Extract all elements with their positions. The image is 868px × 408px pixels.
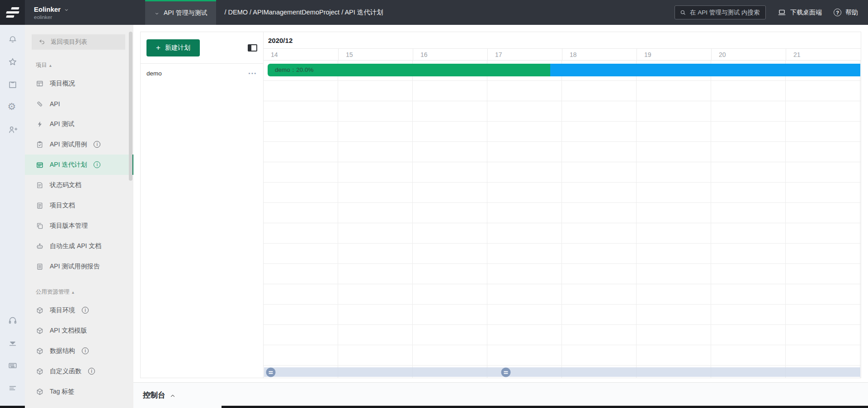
download-desktop-label: 下载桌面端 xyxy=(790,9,822,17)
workspace-switcher[interactable]: Eolinker eolinker xyxy=(25,5,138,20)
global-search[interactable] xyxy=(675,5,766,19)
header-actions: 下载桌面端 ? 帮助 xyxy=(675,5,868,19)
import-download-icon xyxy=(8,338,18,348)
plan-list-panel: + 新建计划 demo▪▪▪ xyxy=(140,32,264,378)
gantt-day-tick: 15 xyxy=(338,49,413,61)
collapse-panel-icon[interactable] xyxy=(248,44,257,52)
gantt-month-label: 2020/12 xyxy=(264,32,861,49)
info-icon[interactable]: i xyxy=(94,161,100,168)
gantt-day-tick: 20 xyxy=(711,49,786,61)
sidebar-item-cube[interactable]: Tag 标签 xyxy=(25,381,133,402)
sidebar-item-label: 数据结构 xyxy=(50,347,75,355)
plan-name: demo xyxy=(146,70,162,77)
sidebar-item-api-tag[interactable]: API xyxy=(25,94,133,114)
sidebar-item-status-doc[interactable]: 状态码文档 xyxy=(25,175,133,195)
sidebar-section-label: 项目 xyxy=(36,61,47,69)
console-toggle[interactable]: 控制台 xyxy=(143,390,176,400)
rail-changelog-list-button[interactable] xyxy=(5,380,21,396)
plus-icon: + xyxy=(156,44,160,52)
icon-rail: ⚙ xyxy=(0,25,25,408)
laptop-icon xyxy=(778,8,786,17)
info-icon[interactable]: i xyxy=(82,307,89,314)
chevron-up-icon xyxy=(170,392,176,399)
sidebar-item-overview[interactable]: 项目概况 xyxy=(25,73,133,94)
sidebar-item-label: API 测试用例 xyxy=(50,141,87,149)
sidebar-item-robot[interactable]: 自动生成 API 文档 xyxy=(25,236,133,256)
sidebar-item-label: 项目版本管理 xyxy=(50,222,88,230)
rail-store-bag-button[interactable] xyxy=(5,76,21,93)
sidebar-scrollbar[interactable] xyxy=(129,32,132,181)
download-desktop-button[interactable]: 下载桌面端 xyxy=(778,8,822,17)
sidebar-item-report[interactable]: API 测试用例报告 xyxy=(25,256,133,277)
new-plan-button[interactable]: + 新建计划 xyxy=(146,39,200,56)
sidebar-item-cube[interactable]: 项目环境i xyxy=(25,300,133,320)
app-root: Eolinker eolinker API 管理与测试 / DEMO / API… xyxy=(0,0,868,408)
sidebar-item-label: 项目环境 xyxy=(50,306,75,314)
rail-notification-bell-button[interactable] xyxy=(5,31,21,47)
range-handle-left[interactable] xyxy=(266,367,276,377)
gantt-bar-demo[interactable]: demo：20.0% xyxy=(268,64,860,76)
sidebar-item-cube[interactable]: API 文档模版 xyxy=(25,320,133,341)
gantt-grid xyxy=(264,61,861,378)
new-plan-label: 新建计划 xyxy=(165,44,190,52)
info-icon[interactable]: i xyxy=(88,368,95,375)
gantt-day-tick: 14 xyxy=(264,49,338,61)
sidebar-item-label: API 测试用例报告 xyxy=(50,263,99,271)
search-input[interactable] xyxy=(690,9,761,16)
sidebar-item-versions[interactable]: 项目版本管理 xyxy=(25,216,133,236)
range-handle-right[interactable] xyxy=(501,367,511,377)
return-arrow-icon xyxy=(38,38,46,46)
help-button[interactable]: ? 帮助 xyxy=(834,9,858,17)
gantt-bar-label: demo：20.0% xyxy=(275,66,314,74)
back-to-projects-label: 返回项目列表 xyxy=(51,38,87,46)
sidebar-item-label: API 迭代计划 xyxy=(50,161,87,169)
chevron-down-icon xyxy=(64,6,69,12)
sidebar-item-cube[interactable]: 数据结构i xyxy=(25,341,133,361)
rail-support-headset-button[interactable] xyxy=(5,312,21,328)
more-options-icon[interactable]: ▪▪▪ xyxy=(249,71,257,76)
product-tab-label: API 管理与测试 xyxy=(164,9,207,17)
gantt-day-tick: 21 xyxy=(786,49,860,61)
support-headset-icon xyxy=(8,315,18,325)
info-icon[interactable]: i xyxy=(94,141,100,148)
cube-icon xyxy=(36,367,44,375)
console-panel: 控制台 xyxy=(133,382,868,408)
workspace-name: eolinker xyxy=(34,14,129,20)
rail-settings-gear-button[interactable]: ⚙ xyxy=(5,99,21,115)
sidebar-item-clipboard-check[interactable]: API 测试用例i xyxy=(25,134,133,155)
product-tab[interactable]: API 管理与测试 xyxy=(145,0,216,25)
clipboard-check-icon xyxy=(36,141,44,149)
sidebar-item-calendar[interactable]: API 迭代计划i xyxy=(25,155,133,175)
sidebar-section-header[interactable]: 公用资源管理▴ xyxy=(25,277,133,300)
sidebar-section-header[interactable]: 项目▴ xyxy=(25,50,133,73)
iteration-board: + 新建计划 demo▪▪▪ 2020/12 1415161718192021 … xyxy=(140,32,861,378)
plan-list-item[interactable]: demo▪▪▪ xyxy=(141,64,263,83)
brand-title: Eolinker xyxy=(34,5,61,13)
gantt-day-tick: 17 xyxy=(487,49,562,61)
help-question-icon: ? xyxy=(834,9,841,16)
keyboard-shortcuts-icon xyxy=(8,361,18,370)
app-header: Eolinker eolinker API 管理与测试 / DEMO / API… xyxy=(0,0,868,25)
plan-list-header: + 新建计划 xyxy=(141,32,263,64)
rail-keyboard-shortcuts-button[interactable] xyxy=(5,357,21,374)
sidebar-item-label: API 测试 xyxy=(50,120,74,128)
rail-invite-user-button[interactable] xyxy=(5,122,21,138)
rail-import-download-button[interactable] xyxy=(5,335,21,351)
breadcrumb[interactable]: / DEMO / APIManagementDemoProject / API … xyxy=(224,8,383,17)
changelog-list-icon xyxy=(8,383,18,393)
gantt-range-scrollbar[interactable] xyxy=(264,367,860,377)
status-doc-icon xyxy=(36,181,44,189)
back-to-projects-button[interactable]: 返回项目列表 xyxy=(32,34,125,50)
settings-gear-icon: ⚙ xyxy=(8,102,18,112)
favorite-star-icon xyxy=(8,57,18,67)
sidebar-item-label: API 文档模版 xyxy=(50,327,87,335)
sidebar-item-cube[interactable]: 自定义函数i xyxy=(25,361,133,381)
info-icon[interactable]: i xyxy=(82,347,89,354)
sidebar-item-label: 自动生成 API 文档 xyxy=(50,242,101,250)
sidebar-item-project-doc[interactable]: 项目文档 xyxy=(25,195,133,216)
rail-favorite-star-button[interactable] xyxy=(5,54,21,70)
sidebar-item-label: Tag 标签 xyxy=(50,388,74,396)
sidebar-item-lightning[interactable]: API 测试 xyxy=(25,114,133,134)
gantt-day-header: 1415161718192021 xyxy=(264,49,861,61)
eolinker-logo[interactable] xyxy=(0,0,25,25)
